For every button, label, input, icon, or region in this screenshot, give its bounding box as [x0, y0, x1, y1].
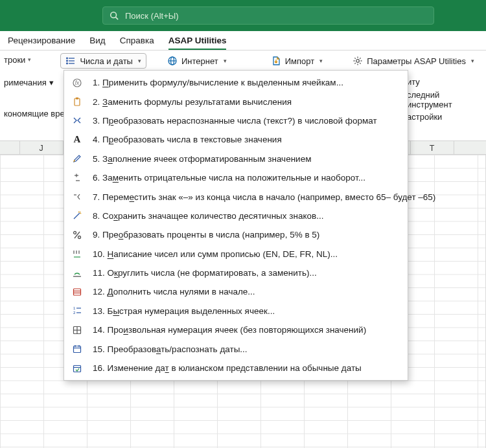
globe-icon	[167, 56, 178, 66]
numbers-dates-button[interactable]: Числа и даты ▾	[60, 53, 146, 69]
import-icon	[271, 56, 281, 66]
menu-item-16[interactable]: 16. Изменение дат в юлианском представле…	[64, 359, 408, 377]
number-list-icon: 12	[71, 304, 84, 317]
notes-button[interactable]: римечания▾	[0, 73, 54, 92]
numbers-dates-menu: fx 1. Применить формулу/вычисление к выд…	[64, 70, 408, 381]
svg-point-7	[67, 63, 68, 64]
list-icon	[65, 56, 76, 66]
plusminus-icon	[71, 172, 84, 185]
wand-icon	[71, 209, 84, 222]
chevron-down-icon: ▾	[224, 58, 227, 64]
search-placeholder: Поиск (Alt+Ы)	[125, 11, 179, 21]
menu-item-12[interactable]: 12. Дополнить числа нулями в начале...	[64, 282, 408, 301]
svg-point-11	[356, 60, 360, 63]
gear-icon	[353, 56, 363, 66]
formula-icon: fx	[71, 76, 84, 89]
convert-icon	[71, 114, 84, 127]
menu-item-4[interactable]: A 4. Преобразовать числа в текстовые зна…	[64, 130, 408, 149]
round-icon	[71, 267, 84, 280]
import-button[interactable]: Импорт ▾	[266, 53, 328, 69]
calendar-icon	[71, 342, 84, 355]
svg-line-1	[116, 17, 119, 20]
tab-review[interactable]: Рецензирование	[8, 36, 75, 45]
tab-view[interactable]: Вид	[89, 36, 105, 45]
left-commands: троки▾	[0, 50, 64, 69]
menu-item-7[interactable]: 7. Переместить знак «–» из конца числа в…	[64, 187, 408, 206]
chevron-down-icon: ▾	[49, 78, 54, 87]
chevron-down-icon: ▾	[319, 58, 323, 64]
chevron-down-icon: ▾	[138, 58, 141, 64]
text-icon: A	[71, 133, 84, 146]
ribbon-commands: Числа и даты ▾ Интернет ▾ Импорт ▾ Парам…	[0, 50, 486, 70]
brush-icon	[71, 152, 84, 165]
chevron-down-icon: ▾	[471, 58, 474, 64]
svg-point-0	[111, 12, 117, 18]
svg-rect-14	[75, 98, 80, 106]
last-tool-label: следний инструмент	[407, 91, 486, 109]
tab-help[interactable]: Справка	[120, 36, 154, 45]
asap-params-button[interactable]: Параметры ASAP Utilities ▾	[347, 53, 480, 69]
search-input[interactable]: Поиск (Alt+Ы)	[102, 6, 434, 25]
menu-item-1[interactable]: fx 1. Применить формулу/вычисление к выд…	[64, 73, 408, 92]
menu-item-5[interactable]: 5. Заполнение ячеек отформатированным зн…	[64, 150, 408, 168]
clipboard-icon	[71, 95, 84, 108]
menu-item-11[interactable]: 11. Округлить числа (не форматировать, а…	[64, 263, 408, 282]
svg-point-21	[74, 231, 76, 234]
menu-item-10[interactable]: 10. Написание чисел или сумм прописью (E…	[64, 245, 408, 263]
move-sign-icon	[71, 190, 84, 203]
rows-button[interactable]: троки▾	[0, 50, 64, 69]
calendar-convert-icon	[71, 362, 84, 375]
pad-zero-icon	[71, 286, 84, 298]
col-j[interactable]: J	[20, 141, 64, 154]
svg-point-22	[78, 236, 81, 238]
search-icon	[110, 11, 119, 20]
svg-text:fx: fx	[75, 80, 80, 86]
svg-text:2: 2	[73, 311, 76, 315]
percent-icon	[71, 229, 84, 241]
menu-item-2[interactable]: 2. Заменить формулы результатами вычисле…	[64, 92, 408, 111]
menu-item-14[interactable]: 14. Произвольная нумерация ячеек (без по…	[64, 320, 408, 339]
menu-item-15[interactable]: 15. Преобразовать/распознать даты...	[64, 339, 408, 358]
spell-icon	[71, 247, 84, 260]
internet-button[interactable]: Интернет ▾	[162, 53, 232, 69]
svg-rect-15	[76, 98, 78, 100]
titlebar: Поиск (Alt+Ы)	[0, 0, 486, 31]
menu-item-9[interactable]: 9. Преобразовать проценты в числа (напри…	[64, 225, 408, 244]
ribbon-tabs: Рецензирование Вид Справка ASAP Utilitie…	[0, 31, 486, 50]
menu-item-6[interactable]: 6. Заменить отрицательные числа на полож…	[64, 168, 408, 187]
svg-point-6	[67, 60, 68, 62]
svg-rect-38	[74, 346, 81, 353]
svg-rect-28	[74, 289, 81, 295]
menu-item-8[interactable]: 8. Сохранить значащее количество десятич…	[64, 207, 408, 225]
col-t[interactable]: T	[411, 141, 454, 154]
unique-number-icon	[71, 324, 84, 337]
itu-label: иту	[407, 73, 420, 91]
svg-line-23	[75, 232, 80, 238]
settings-label: астройки	[407, 107, 442, 126]
chevron-down-icon: ▾	[28, 56, 31, 63]
svg-line-20	[74, 213, 80, 219]
tab-asap-utilities[interactable]: ASAP Utilities	[168, 36, 227, 50]
svg-text:1: 1	[73, 306, 76, 310]
svg-point-5	[67, 58, 68, 59]
menu-item-13[interactable]: 12 13. Быстрая нумерация выделенных ячее…	[64, 302, 408, 320]
menu-item-3[interactable]: 3. Преобразовать нераспознанные числа (т…	[64, 111, 408, 130]
